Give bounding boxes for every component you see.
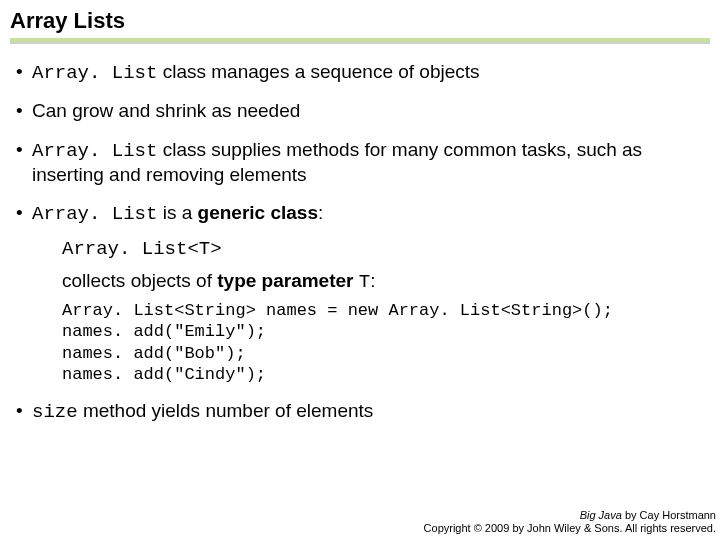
bullet-1: Array. List class manages a sequence of …: [16, 60, 704, 85]
code-text: T: [359, 271, 370, 293]
title-underline: [10, 36, 710, 42]
code-text: Array. List: [32, 62, 157, 84]
text: is a: [157, 202, 197, 223]
sub-text-1: collects objects of type parameter T:: [32, 269, 704, 294]
footer-line-2: Copyright © 2009 by John Wiley & Sons. A…: [424, 522, 716, 536]
bold-text: generic class: [198, 202, 318, 223]
code-text: Array. List: [32, 203, 157, 225]
slide-title: Array Lists: [10, 8, 710, 34]
bullet-5: size method yields number of elements: [16, 399, 704, 424]
book-title: Big Java: [580, 509, 622, 521]
code-block: Array. List<String> names = new Array. L…: [32, 300, 704, 385]
footer: Big Java by Cay Horstmann Copyright © 20…: [424, 509, 716, 537]
code-line: Array. List<String> names = new Array. L…: [62, 301, 613, 320]
text: Can grow and shrink as needed: [32, 100, 300, 121]
text: collects objects of: [62, 270, 217, 291]
text: :: [370, 270, 375, 291]
code-line: names. add("Bob");: [62, 344, 246, 363]
code-line: names. add("Cindy");: [62, 365, 266, 384]
bullet-list: Array. List class manages a sequence of …: [16, 60, 704, 425]
bullet-3: Array. List class supplies methods for m…: [16, 138, 704, 188]
footer-line-1: Big Java by Cay Horstmann: [424, 509, 716, 523]
author: by Cay Horstmann: [622, 509, 716, 521]
text: class manages a sequence of objects: [157, 61, 479, 82]
sub-code-1: Array. List<T>: [32, 237, 704, 261]
bold-text: type parameter: [217, 270, 353, 291]
code-text: size: [32, 401, 78, 423]
text: method yields number of elements: [78, 400, 374, 421]
bullet-4: Array. List is a generic class: Array. L…: [16, 201, 704, 385]
code-line: names. add("Emily");: [62, 322, 266, 341]
slide-content: Array. List class manages a sequence of …: [0, 46, 720, 425]
code-text: Array. List: [32, 140, 157, 162]
bullet-2: Can grow and shrink as needed: [16, 99, 704, 123]
text: :: [318, 202, 323, 223]
title-area: Array Lists: [0, 0, 720, 46]
